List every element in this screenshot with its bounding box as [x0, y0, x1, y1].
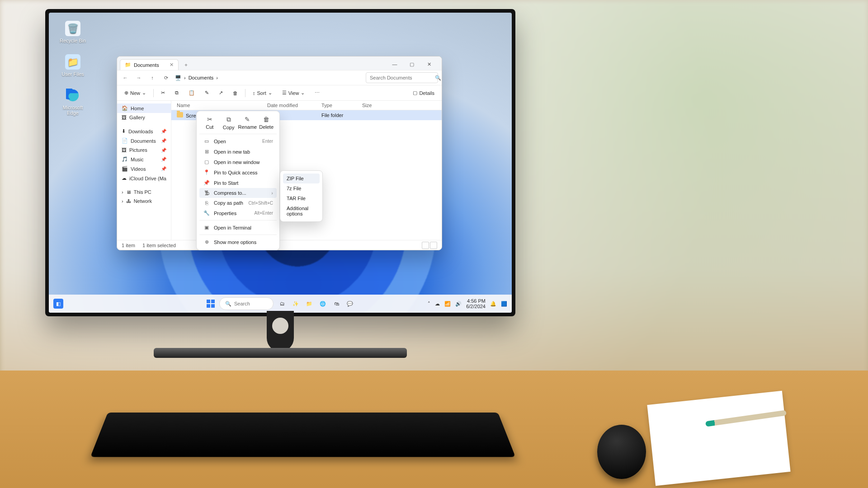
volume-icon[interactable]: 🔊	[455, 301, 462, 307]
nav-home[interactable]: 🏠Home	[117, 103, 171, 113]
desktop-icon-label: User Files	[57, 71, 89, 77]
nav-this-pc[interactable]: ›🖥This PC	[117, 188, 171, 197]
more-button[interactable]: ⋯	[312, 89, 322, 97]
taskbar-search-input[interactable]	[234, 301, 270, 306]
ctx-label: Delete	[259, 124, 274, 130]
sub-additional[interactable]: Additional options	[283, 203, 320, 219]
desktop-icon-edge[interactable]: Microsoft Edge	[57, 88, 89, 116]
ctx-open-new-window[interactable]: ▢Open in new window	[199, 157, 277, 167]
column-headers[interactable]: Name Date modified Type Size	[171, 101, 442, 110]
delete-button[interactable]: 🗑	[230, 89, 241, 97]
rename-button[interactable]: ✎	[202, 89, 212, 97]
ctx-copy-path[interactable]: ⎘Copy as pathCtrl+Shift+C	[199, 198, 277, 208]
tray-chevron[interactable]: ˄	[428, 301, 430, 307]
ctx-open-new-tab[interactable]: ⊞Open in new tab	[199, 146, 277, 157]
pin-icon: 📌	[203, 180, 210, 186]
minimize-button[interactable]: —	[387, 58, 403, 70]
col-size[interactable]: Size	[362, 103, 389, 108]
ctx-copy[interactable]: ⧉Copy	[219, 116, 238, 130]
status-items: 1 item	[122, 243, 135, 248]
network-icon: 🖧	[126, 198, 131, 204]
forward-button[interactable]: →	[134, 75, 143, 80]
search-input[interactable]	[370, 75, 432, 80]
start-button[interactable]	[206, 299, 216, 309]
share-button[interactable]: ↗	[216, 89, 226, 97]
task-view-button[interactable]: 🗂	[277, 299, 287, 309]
paste-button[interactable]: 📋	[186, 89, 198, 97]
store-taskbar[interactable]: 🛍	[331, 299, 341, 309]
nav-documents[interactable]: 📄Documents📌	[117, 136, 171, 145]
list-view-icon[interactable]	[422, 242, 429, 249]
new-button[interactable]: ⊕New⌄	[122, 89, 149, 97]
copilot-button[interactable]: ✨	[291, 299, 301, 309]
explorer-taskbar[interactable]: 📁	[304, 299, 314, 309]
ctx-pin-quick[interactable]: 📍Pin to Quick access	[199, 167, 277, 178]
chevron-down-icon: ⌄	[142, 90, 146, 96]
col-name[interactable]: Name	[177, 103, 267, 108]
sub-zip[interactable]: ZIP File	[283, 174, 320, 183]
close-button[interactable]: ✕	[421, 58, 437, 70]
ctx-properties[interactable]: 🔧PropertiesAlt+Enter	[199, 208, 277, 218]
tab-documents[interactable]: 📁 Documents ✕	[120, 59, 179, 70]
search-box[interactable]: 🔍	[366, 72, 438, 83]
details-button[interactable]: ▢Details	[410, 89, 437, 97]
nav-label: iCloud Drive (Ma	[129, 176, 166, 181]
toolbar-label: Details	[419, 90, 434, 96]
widgets-button[interactable]: ◧	[53, 299, 63, 309]
ctx-rename[interactable]: ✎Rename	[238, 116, 257, 130]
sub-tar[interactable]: TAR File	[283, 193, 320, 203]
nav-videos[interactable]: 🎬Videos📌	[117, 164, 171, 174]
cut-button[interactable]: ✂	[158, 89, 168, 97]
maximize-button[interactable]: ▢	[404, 58, 420, 70]
taskbar-search[interactable]: 🔍	[219, 297, 274, 310]
nav-icloud[interactable]: ☁iCloud Drive (Ma	[117, 174, 171, 183]
copilot-tray-icon[interactable]: 🟦	[501, 301, 507, 307]
ctx-compress[interactable]: 🗜Compress to...›	[199, 188, 277, 198]
copy-button[interactable]: ⧉	[172, 89, 181, 97]
ctx-open[interactable]: ▭OpenEnter	[199, 136, 277, 146]
ctx-label: Copy	[223, 125, 235, 130]
wifi-icon[interactable]: 📶	[444, 301, 451, 307]
nav-music[interactable]: 🎵Music📌	[117, 155, 171, 164]
nav-downloads[interactable]: ⬇Downloads📌	[117, 127, 171, 136]
breadcrumb-label: Documents	[189, 75, 214, 80]
col-modified[interactable]: Date modified	[267, 103, 321, 108]
sub-7z[interactable]: 7z File	[283, 183, 320, 193]
breadcrumb[interactable]: 🖥️ › Documents ›	[175, 75, 361, 81]
clock[interactable]: 4:56 PM 6/2/2024	[466, 298, 486, 309]
keyboard	[90, 413, 515, 457]
nav-label: Gallery	[129, 115, 145, 120]
close-tab-icon[interactable]: ✕	[170, 62, 174, 68]
ctx-delete[interactable]: 🗑Delete	[257, 116, 276, 130]
svg-rect-2	[211, 300, 215, 303]
view-button[interactable]: ☰View⌄	[279, 89, 308, 97]
view-toggle[interactable]	[422, 242, 437, 249]
ctx-pin-start[interactable]: 📌Pin to Start	[199, 178, 277, 188]
search-icon: 🔍	[435, 75, 441, 81]
ctx-label: Rename	[238, 124, 257, 130]
new-tab-button[interactable]: ＋	[180, 59, 191, 70]
notifications-icon[interactable]: 🔔	[490, 301, 496, 307]
ctx-cut[interactable]: ✂Cut	[200, 116, 219, 130]
folder-icon	[177, 112, 183, 117]
col-type[interactable]: Type	[321, 103, 362, 108]
back-button[interactable]: ←	[121, 75, 130, 80]
up-button[interactable]: ↑	[148, 75, 157, 80]
ctx-show-more[interactable]: ⊕Show more options	[199, 237, 277, 247]
rename-icon: ✎	[245, 116, 250, 123]
edge-taskbar[interactable]: 🌐	[318, 299, 328, 309]
nav-gallery[interactable]: 🖼Gallery	[117, 113, 171, 122]
onedrive-icon[interactable]: ☁	[435, 301, 440, 307]
ctx-terminal[interactable]: ▣Open in Terminal	[199, 222, 277, 233]
teams-taskbar[interactable]: 💬	[345, 299, 355, 309]
nav-pictures[interactable]: 🖼Pictures📌	[117, 145, 171, 155]
nav-network[interactable]: ›🖧Network	[117, 197, 171, 206]
refresh-button[interactable]: ⟳	[161, 75, 170, 81]
terminal-icon: ▣	[203, 225, 210, 230]
grid-view-icon[interactable]	[430, 242, 437, 249]
toolbar-label: View	[288, 90, 299, 96]
desktop-icon-user-files[interactable]: 📁 User Files	[57, 54, 89, 77]
desktop-icon-recycle-bin[interactable]: 🗑️ Recycle Bin	[57, 21, 89, 43]
sort-button[interactable]: ↕Sort⌄	[250, 89, 275, 97]
ctx-label: Compress to...	[214, 190, 246, 196]
